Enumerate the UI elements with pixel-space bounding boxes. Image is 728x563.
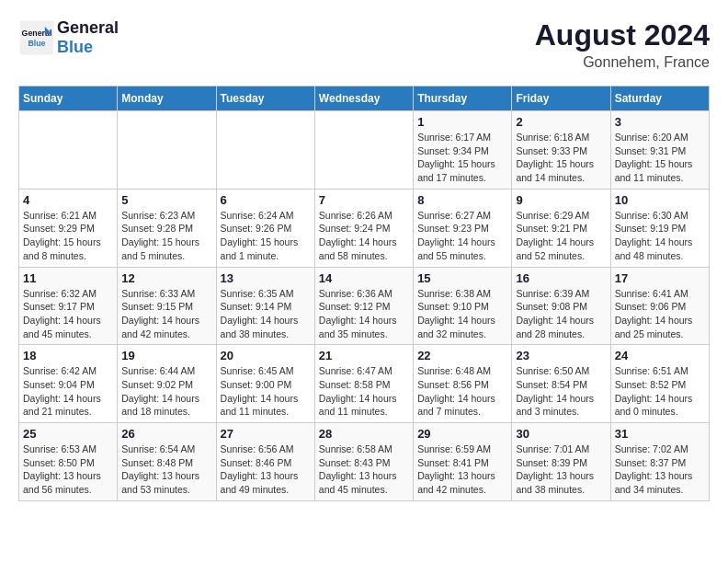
logo-general: General	[57, 18, 119, 38]
day-info: Sunrise: 6:36 AM Sunset: 9:12 PM Dayligh…	[319, 287, 409, 341]
title-block: August 2024 Gonnehem, France	[535, 18, 710, 71]
day-number: 20	[221, 349, 311, 362]
day-info: Sunrise: 6:38 AM Sunset: 9:10 PM Dayligh…	[417, 287, 507, 341]
day-number: 27	[221, 427, 311, 441]
day-info: Sunrise: 6:18 AM Sunset: 9:33 PM Dayligh…	[516, 131, 606, 185]
calendar-day-cell	[118, 111, 216, 190]
page-header: General Blue General Blue August 2024 Go…	[18, 18, 710, 71]
calendar-day-cell: 15Sunrise: 6:38 AM Sunset: 9:10 PM Dayli…	[414, 267, 512, 345]
day-number: 29	[417, 427, 507, 441]
day-info: Sunrise: 6:45 AM Sunset: 9:00 PM Dayligh…	[221, 364, 311, 419]
day-info: Sunrise: 6:44 AM Sunset: 9:02 PM Dayligh…	[121, 364, 211, 419]
svg-text:Blue: Blue	[28, 39, 45, 48]
location: Gonnehem, France	[535, 54, 710, 71]
calendar-day-cell: 19Sunrise: 6:44 AM Sunset: 9:02 PM Dayli…	[118, 345, 216, 423]
calendar-day-cell: 17Sunrise: 6:41 AM Sunset: 9:06 PM Dayli…	[610, 267, 709, 345]
day-info: Sunrise: 6:32 AM Sunset: 9:17 PM Dayligh…	[23, 287, 113, 341]
calendar-day-cell: 28Sunrise: 6:58 AM Sunset: 8:43 PM Dayli…	[314, 423, 413, 501]
day-number: 10	[615, 193, 705, 207]
calendar-day-cell	[216, 111, 314, 190]
day-info: Sunrise: 6:29 AM Sunset: 9:21 PM Dayligh…	[516, 209, 606, 263]
day-number: 23	[516, 349, 606, 362]
calendar-day-cell: 22Sunrise: 6:48 AM Sunset: 8:56 PM Dayli…	[414, 345, 512, 423]
day-number: 5	[121, 193, 211, 207]
day-number: 17	[615, 271, 705, 285]
day-info: Sunrise: 7:01 AM Sunset: 8:39 PM Dayligh…	[516, 442, 606, 497]
day-info: Sunrise: 6:39 AM Sunset: 9:08 PM Dayligh…	[516, 287, 606, 341]
calendar-day-cell: 31Sunrise: 7:02 AM Sunset: 8:37 PM Dayli…	[610, 423, 709, 501]
calendar-day-cell: 5Sunrise: 6:23 AM Sunset: 9:28 PM Daylig…	[118, 189, 216, 267]
calendar-week-4: 18Sunrise: 6:42 AM Sunset: 9:04 PM Dayli…	[19, 345, 710, 423]
calendar-day-cell: 27Sunrise: 6:56 AM Sunset: 8:46 PM Dayli…	[216, 423, 314, 501]
day-info: Sunrise: 6:26 AM Sunset: 9:24 PM Dayligh…	[319, 209, 409, 263]
day-info: Sunrise: 6:21 AM Sunset: 9:29 PM Dayligh…	[23, 209, 113, 263]
calendar-day-cell: 25Sunrise: 6:53 AM Sunset: 8:50 PM Dayli…	[19, 423, 118, 501]
calendar-day-cell: 23Sunrise: 6:50 AM Sunset: 8:54 PM Dayli…	[512, 345, 610, 423]
day-number: 6	[221, 193, 311, 207]
month-year: August 2024	[535, 18, 710, 52]
day-number: 15	[417, 271, 507, 285]
calendar-day-cell	[19, 111, 118, 190]
day-number: 24	[615, 349, 705, 362]
calendar-day-cell: 7Sunrise: 6:26 AM Sunset: 9:24 PM Daylig…	[314, 189, 413, 267]
logo-blue: Blue	[57, 38, 119, 57]
calendar-day-cell: 14Sunrise: 6:36 AM Sunset: 9:12 PM Dayli…	[314, 267, 413, 345]
day-number: 13	[221, 271, 311, 285]
day-info: Sunrise: 6:47 AM Sunset: 8:58 PM Dayligh…	[319, 364, 409, 419]
day-number: 26	[121, 427, 211, 441]
day-info: Sunrise: 6:17 AM Sunset: 9:34 PM Dayligh…	[417, 131, 507, 185]
calendar-week-5: 25Sunrise: 6:53 AM Sunset: 8:50 PM Dayli…	[19, 423, 710, 501]
weekday-header-monday: Monday	[118, 86, 216, 111]
day-info: Sunrise: 6:41 AM Sunset: 9:06 PM Dayligh…	[615, 287, 705, 341]
calendar-day-cell: 3Sunrise: 6:20 AM Sunset: 9:31 PM Daylig…	[610, 111, 709, 190]
day-info: Sunrise: 6:54 AM Sunset: 8:48 PM Dayligh…	[121, 442, 211, 497]
day-number: 16	[516, 271, 606, 285]
day-number: 12	[121, 271, 211, 285]
calendar-day-cell: 4Sunrise: 6:21 AM Sunset: 9:29 PM Daylig…	[19, 189, 118, 267]
day-number: 22	[417, 349, 507, 362]
calendar-day-cell: 1Sunrise: 6:17 AM Sunset: 9:34 PM Daylig…	[414, 111, 512, 190]
day-info: Sunrise: 7:02 AM Sunset: 8:37 PM Dayligh…	[615, 442, 705, 497]
day-number: 30	[516, 427, 606, 441]
day-info: Sunrise: 6:53 AM Sunset: 8:50 PM Dayligh…	[23, 442, 113, 497]
calendar-day-cell: 24Sunrise: 6:51 AM Sunset: 8:52 PM Dayli…	[610, 345, 709, 423]
logo: General Blue General Blue	[18, 18, 119, 57]
calendar-day-cell: 30Sunrise: 7:01 AM Sunset: 8:39 PM Dayli…	[512, 423, 610, 501]
calendar-day-cell: 21Sunrise: 6:47 AM Sunset: 8:58 PM Dayli…	[314, 345, 413, 423]
day-info: Sunrise: 6:33 AM Sunset: 9:15 PM Dayligh…	[121, 287, 211, 341]
day-number: 8	[417, 193, 507, 207]
calendar-day-cell: 6Sunrise: 6:24 AM Sunset: 9:26 PM Daylig…	[216, 189, 314, 267]
day-number: 21	[319, 349, 409, 362]
day-info: Sunrise: 6:23 AM Sunset: 9:28 PM Dayligh…	[121, 209, 211, 263]
logo-icon: General Blue	[18, 19, 55, 56]
day-info: Sunrise: 6:58 AM Sunset: 8:43 PM Dayligh…	[319, 442, 409, 497]
calendar-day-cell: 16Sunrise: 6:39 AM Sunset: 9:08 PM Dayli…	[512, 267, 610, 345]
day-info: Sunrise: 6:20 AM Sunset: 9:31 PM Dayligh…	[615, 131, 705, 185]
day-info: Sunrise: 6:27 AM Sunset: 9:23 PM Dayligh…	[417, 209, 507, 263]
calendar-week-2: 4Sunrise: 6:21 AM Sunset: 9:29 PM Daylig…	[19, 189, 710, 267]
weekday-header-friday: Friday	[512, 86, 610, 111]
day-number: 3	[615, 115, 705, 129]
day-number: 4	[23, 193, 113, 207]
calendar-table: SundayMondayTuesdayWednesdayThursdayFrid…	[18, 86, 710, 501]
day-info: Sunrise: 6:48 AM Sunset: 8:56 PM Dayligh…	[417, 364, 507, 419]
day-number: 2	[516, 115, 606, 129]
weekday-header-wednesday: Wednesday	[314, 86, 413, 111]
day-info: Sunrise: 6:59 AM Sunset: 8:41 PM Dayligh…	[417, 442, 507, 497]
day-info: Sunrise: 6:30 AM Sunset: 9:19 PM Dayligh…	[615, 209, 705, 263]
weekday-header-tuesday: Tuesday	[216, 86, 314, 111]
day-number: 25	[23, 427, 113, 441]
svg-rect-0	[20, 21, 54, 55]
calendar-day-cell: 26Sunrise: 6:54 AM Sunset: 8:48 PM Dayli…	[118, 423, 216, 501]
day-info: Sunrise: 6:24 AM Sunset: 9:26 PM Dayligh…	[221, 209, 311, 263]
day-info: Sunrise: 6:35 AM Sunset: 9:14 PM Dayligh…	[221, 287, 311, 341]
day-number: 7	[319, 193, 409, 207]
calendar-day-cell: 10Sunrise: 6:30 AM Sunset: 9:19 PM Dayli…	[610, 189, 709, 267]
day-info: Sunrise: 6:51 AM Sunset: 8:52 PM Dayligh…	[615, 364, 705, 419]
day-number: 28	[319, 427, 409, 441]
calendar-day-cell: 8Sunrise: 6:27 AM Sunset: 9:23 PM Daylig…	[414, 189, 512, 267]
calendar-day-cell: 11Sunrise: 6:32 AM Sunset: 9:17 PM Dayli…	[19, 267, 118, 345]
calendar-day-cell: 18Sunrise: 6:42 AM Sunset: 9:04 PM Dayli…	[19, 345, 118, 423]
weekday-header-saturday: Saturday	[610, 86, 709, 111]
calendar-day-cell: 29Sunrise: 6:59 AM Sunset: 8:41 PM Dayli…	[414, 423, 512, 501]
